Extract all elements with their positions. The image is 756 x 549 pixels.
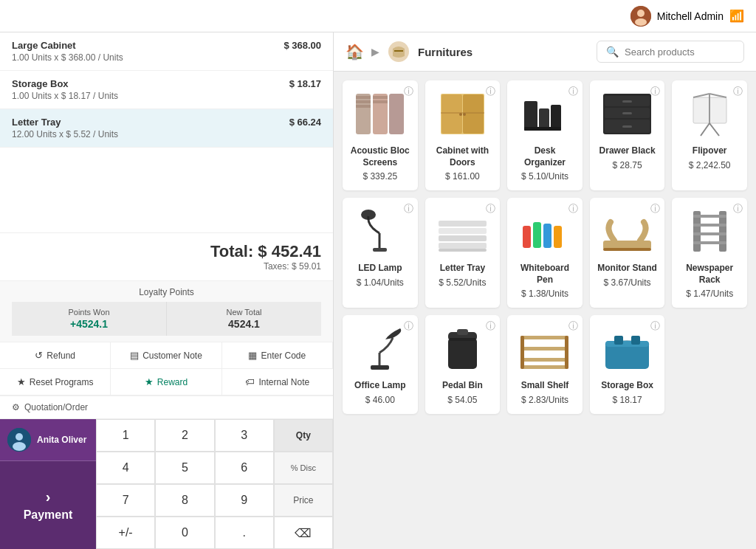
numpad-key--[interactable]: ⌫ <box>274 517 333 549</box>
payment-button[interactable]: › Payment <box>0 461 96 549</box>
product-info-icon[interactable]: ⓘ <box>650 85 660 98</box>
numpad-key-5[interactable]: 5 <box>155 452 214 484</box>
svg-rect-30 <box>622 100 632 103</box>
product-name: Pedal Bin <box>442 380 483 392</box>
svg-line-34 <box>701 123 709 136</box>
order-item[interactable]: Large Cabinet 1.00 Units x $ 368.00 / Un… <box>0 32 333 71</box>
payment-chevron: › <box>46 488 51 505</box>
svg-line-37 <box>693 94 709 97</box>
product-price: $ 339.25 <box>362 171 397 182</box>
numpad-key-3[interactable]: 3 <box>215 419 274 452</box>
svg-point-4 <box>16 433 23 441</box>
svg-rect-8 <box>356 94 371 134</box>
order-total: Total: $ 452.41 <box>12 242 321 261</box>
product-card[interactable]: ⓘ Acoustic Bloc Screens $ 339.25 <box>343 80 418 190</box>
product-price: $ 2,242.50 <box>689 160 731 170</box>
user-name: Mitchell Admin <box>657 10 724 22</box>
numpad-key-2[interactable]: 2 <box>155 419 214 452</box>
product-info-icon[interactable]: ⓘ <box>733 85 743 98</box>
svg-rect-22 <box>524 101 537 131</box>
star-icon: ★ <box>17 376 26 387</box>
svg-rect-63 <box>457 329 468 335</box>
product-info-icon[interactable]: ⓘ <box>568 202 578 215</box>
refund-button[interactable]: ↺ Refund <box>0 342 111 369</box>
quotation-row[interactable]: ⚙ Quotation/Order <box>0 396 333 419</box>
product-card[interactable]: ⓘ Storage Box $ 18.17 <box>590 315 665 414</box>
product-info-icon[interactable]: ⓘ <box>486 202 495 215</box>
product-card[interactable]: ⓘ Office Lamp $ 46.00 <box>343 315 418 414</box>
svg-rect-57 <box>693 232 726 235</box>
product-card[interactable]: ⓘ Pedal Bin $ 54.05 <box>425 315 501 414</box>
svg-rect-68 <box>520 365 568 369</box>
numpad-key-price[interactable]: Price <box>274 484 333 517</box>
breadcrumb-arrow: ▶ <box>371 46 379 58</box>
product-price: $ 3.67/Units <box>604 277 651 288</box>
reset-programs-button[interactable]: ★ Reset Programs <box>0 369 111 396</box>
product-info-icon[interactable]: ⓘ <box>650 320 660 333</box>
product-card[interactable]: ⓘ Small Shelf $ 2.83/Units <box>507 315 583 414</box>
product-card[interactable]: ⓘ Monitor Stand $ 3.67/Units <box>590 198 665 308</box>
search-box[interactable]: 🔍 <box>597 41 744 63</box>
product-info-icon[interactable]: ⓘ <box>650 202 660 215</box>
customer-info: Anita Oliver <box>0 419 96 461</box>
svg-rect-55 <box>693 215 726 218</box>
numpad-key-8[interactable]: 8 <box>155 484 214 517</box>
numpad-key-qty[interactable]: Qty <box>274 419 333 452</box>
numpad-key-7[interactable]: 7 <box>96 484 155 517</box>
order-taxes: Taxes: $ 59.01 <box>12 261 321 272</box>
svg-rect-69 <box>520 336 524 369</box>
order-item[interactable]: Storage Box 1.00 Units x $ 18.17 / Units… <box>0 71 333 109</box>
product-card[interactable]: ⓘ Cabinet with Doors $ 161.00 <box>425 80 501 190</box>
category-name: Furnitures <box>418 46 589 58</box>
reward-button[interactable]: ★ Reward <box>111 369 221 396</box>
numpad-key--[interactable]: . <box>215 517 274 549</box>
product-card[interactable]: ⓘ Flipover $ 2,242.50 <box>672 80 747 190</box>
svg-rect-52 <box>603 248 651 251</box>
svg-rect-15 <box>389 94 404 134</box>
product-card[interactable]: ⓘ Whiteboard Pen $ 1.38/Units <box>507 198 583 308</box>
svg-rect-31 <box>622 112 632 114</box>
product-info-icon[interactable]: ⓘ <box>568 85 578 98</box>
product-name: Letter Tray <box>440 263 485 274</box>
svg-rect-49 <box>543 224 551 248</box>
product-name: Desk Organizer <box>515 145 575 168</box>
product-price: $ 5.52/Units <box>439 277 486 288</box>
svg-rect-48 <box>533 222 541 248</box>
numpad-key-4[interactable]: 4 <box>96 452 155 484</box>
numpad-key-9[interactable]: 9 <box>215 484 274 517</box>
numpad-key-1[interactable]: 1 <box>96 419 155 452</box>
product-info-icon[interactable]: ⓘ <box>733 202 743 215</box>
product-card[interactable]: ⓘ Drawer Black $ 28.75 <box>590 80 665 190</box>
product-card[interactable]: ⓘ Newspaper Rack $ 1.47/Units <box>672 198 747 308</box>
product-card[interactable]: ⓘ Letter Tray $ 5.52/Units <box>425 198 501 308</box>
enter-code-button[interactable]: ▦ Enter Code <box>222 342 333 369</box>
numpad-key-0[interactable]: 0 <box>155 517 214 549</box>
product-card[interactable]: ⓘ LED Lamp $ 1.04/Units <box>343 198 418 308</box>
product-info-icon[interactable]: ⓘ <box>404 85 413 98</box>
product-info-icon[interactable]: ⓘ <box>404 202 413 215</box>
main-layout: Large Cabinet 1.00 Units x $ 368.00 / Un… <box>0 32 756 549</box>
loyalty-title: Loyalty Points <box>12 287 321 297</box>
product-price: $ 2.83/Units <box>521 395 568 405</box>
numpad: 123Qty456% Disc789Price+/-0.⌫ <box>96 419 333 549</box>
home-icon[interactable]: 🏠 <box>346 43 364 61</box>
product-price: $ 1.38/Units <box>521 289 568 299</box>
product-info-icon[interactable]: ⓘ <box>404 320 413 333</box>
internal-note-button[interactable]: 🏷 Internal Note <box>222 369 333 396</box>
product-info-icon[interactable]: ⓘ <box>568 320 578 333</box>
quotation-icon: ⚙ <box>12 402 20 412</box>
order-item[interactable]: Letter Tray 12.00 Units x $ 5.52 / Units… <box>0 109 333 148</box>
numpad-key---disc[interactable]: % Disc <box>274 452 333 484</box>
search-input[interactable] <box>625 46 735 58</box>
product-image <box>680 205 739 257</box>
total-section: Total: $ 452.41 Taxes: $ 59.01 <box>0 232 333 280</box>
numpad-key----[interactable]: +/- <box>96 517 155 549</box>
svg-rect-59 <box>371 365 389 370</box>
product-info-icon[interactable]: ⓘ <box>486 85 495 98</box>
product-name: Flipover <box>693 145 727 157</box>
product-card[interactable]: ⓘ Desk Organizer $ 5.10/Units <box>507 80 583 190</box>
numpad-key-6[interactable]: 6 <box>215 452 274 484</box>
svg-rect-12 <box>373 94 388 134</box>
product-info-icon[interactable]: ⓘ <box>486 320 495 333</box>
customer-note-button[interactable]: ▤ Customer Note <box>111 342 221 369</box>
